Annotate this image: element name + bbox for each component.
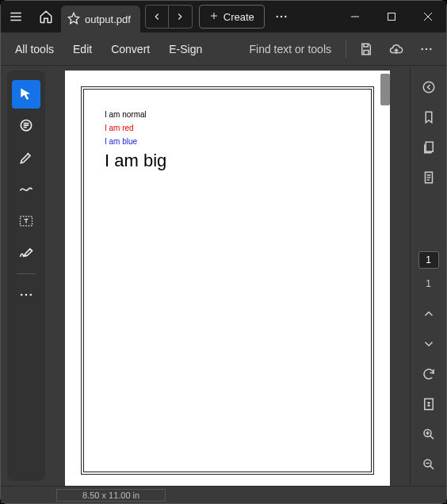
page: I am normal I am red I am blue I am big — [65, 71, 390, 486]
nav-back-button[interactable] — [145, 5, 169, 29]
cloud-button[interactable] — [383, 36, 410, 63]
document-button[interactable] — [415, 164, 442, 191]
svg-point-6 — [426, 48, 428, 50]
scrollbar-thumb[interactable] — [380, 74, 390, 105]
svg-rect-3 — [388, 13, 395, 21]
svg-point-2 — [285, 16, 286, 17]
title-bar: output.pdf Create — [1, 1, 446, 32]
svg-point-7 — [430, 48, 432, 50]
text-line-red: I am red — [105, 124, 166, 132]
toolbar-divider — [17, 273, 36, 274]
save-button[interactable] — [353, 36, 380, 63]
maximize-button[interactable] — [373, 1, 410, 32]
zoom-out-button[interactable] — [415, 451, 442, 478]
star-icon — [67, 12, 80, 27]
highlight-tool[interactable] — [12, 143, 40, 172]
svg-point-10 — [21, 294, 23, 296]
pages-button[interactable] — [415, 134, 442, 161]
find-tool[interactable]: Find text or tools — [250, 43, 340, 55]
svg-point-11 — [25, 294, 28, 296]
page-down-button[interactable] — [415, 330, 442, 357]
bookmark-button[interactable] — [415, 104, 442, 131]
minimize-button[interactable] — [337, 1, 373, 32]
panel-toggle-button[interactable] — [415, 74, 442, 101]
svg-point-13 — [423, 82, 434, 93]
comment-tool[interactable] — [12, 112, 40, 140]
menu-overflow-button[interactable] — [413, 36, 440, 63]
divider — [346, 40, 346, 58]
text-line-blue: I am blue — [105, 137, 166, 146]
create-label: Create — [224, 11, 254, 23]
status-bar: 8.50 x 11.00 in — [1, 486, 446, 503]
home-button[interactable] — [31, 1, 61, 32]
svg-rect-14 — [426, 142, 433, 151]
text-tool[interactable] — [12, 207, 40, 235]
page-count: 1 — [426, 278, 431, 289]
hamburger-button[interactable] — [1, 1, 31, 32]
titlebar-overflow-button[interactable] — [269, 10, 293, 24]
text-line-big: I am big — [105, 151, 166, 171]
rotate-button[interactable] — [415, 361, 442, 388]
page-dimensions: 8.50 x 11.00 in — [56, 489, 166, 502]
close-button[interactable] — [410, 1, 446, 32]
text-line-normal: I am normal — [105, 110, 166, 119]
plus-icon — [209, 11, 219, 23]
svg-point-12 — [30, 294, 32, 296]
app-window: output.pdf Create — [0, 0, 447, 504]
body: I am normal I am red I am blue I am big — [1, 66, 446, 486]
page-number-input[interactable]: 1 — [418, 251, 439, 269]
select-tool[interactable] — [12, 80, 40, 109]
svg-point-5 — [421, 48, 423, 50]
sign-tool[interactable] — [12, 239, 40, 267]
menu-edit[interactable]: Edit — [65, 38, 100, 60]
fit-page-button[interactable] — [415, 391, 442, 418]
tab-label: output.pdf — [85, 13, 131, 25]
menu-all-tools[interactable]: All tools — [7, 38, 62, 60]
svg-rect-16 — [424, 399, 433, 410]
nav-arrows — [145, 5, 193, 29]
svg-point-1 — [281, 16, 282, 17]
page-wrap: I am normal I am red I am blue I am big — [65, 71, 390, 486]
page-up-button[interactable] — [415, 300, 442, 327]
right-toolbar: 1 1 — [410, 66, 446, 486]
document-tab[interactable]: output.pdf — [61, 6, 140, 32]
svg-point-0 — [276, 16, 277, 17]
find-label: Find text or tools — [250, 43, 332, 55]
menu-esign[interactable]: E-Sign — [161, 38, 210, 60]
page-content: I am normal I am red I am blue I am big — [105, 110, 166, 171]
left-toolbar — [7, 71, 45, 481]
create-button[interactable]: Create — [199, 5, 265, 29]
menu-convert[interactable]: Convert — [103, 38, 158, 60]
document-area[interactable]: I am normal I am red I am blue I am big — [45, 66, 410, 486]
nav-forward-button[interactable] — [169, 5, 193, 29]
menu-bar: All tools Edit Convert E-Sign Find text … — [1, 32, 446, 66]
zoom-in-button[interactable] — [415, 421, 442, 448]
draw-tool[interactable] — [12, 175, 40, 204]
more-tools-button[interactable] — [12, 281, 40, 309]
